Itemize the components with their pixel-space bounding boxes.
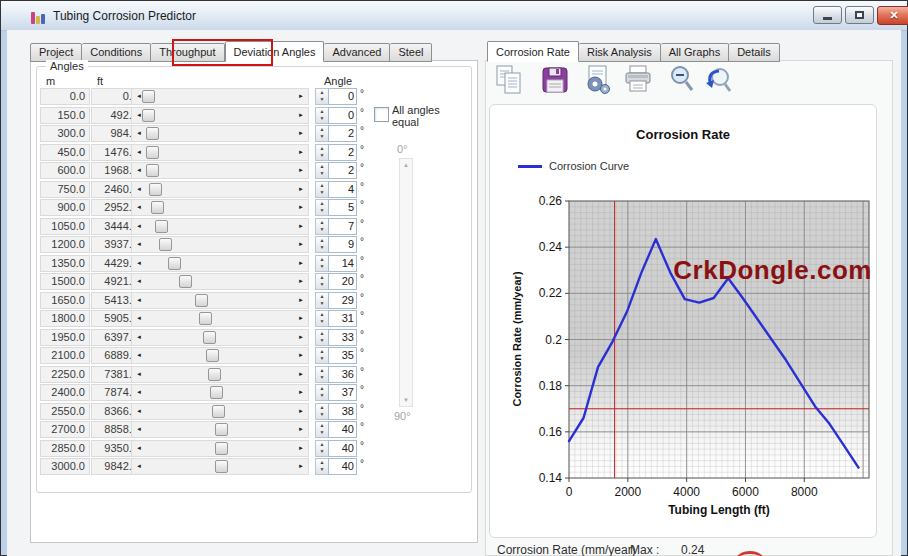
spinner-up-icon[interactable]: ▲ bbox=[320, 237, 325, 244]
slider-thumb[interactable] bbox=[168, 257, 181, 270]
slider-thumb[interactable] bbox=[146, 146, 159, 159]
slider-right-arrow-icon[interactable]: ► bbox=[298, 89, 304, 104]
angle-slider[interactable]: ◄► bbox=[131, 292, 309, 309]
spinner-updown-buttons[interactable]: ▲▼ bbox=[315, 347, 328, 364]
spinner-up-icon[interactable]: ▲ bbox=[320, 330, 325, 337]
angle-spinner[interactable]: ▲▼40 bbox=[315, 458, 357, 475]
slider-thumb[interactable] bbox=[155, 220, 168, 233]
angle-value-input[interactable]: 35 bbox=[328, 347, 357, 364]
angle-slider[interactable]: ◄► bbox=[131, 366, 309, 383]
tab-corrosion-rate[interactable]: Corrosion Rate bbox=[487, 41, 579, 62]
slider-left-arrow-icon[interactable]: ◄ bbox=[136, 441, 142, 456]
slider-left-arrow-icon[interactable]: ◄ bbox=[136, 348, 142, 363]
spinner-up-icon[interactable]: ▲ bbox=[320, 145, 325, 152]
angle-spinner[interactable]: ▲▼2 bbox=[315, 125, 357, 142]
spinner-updown-buttons[interactable]: ▲▼ bbox=[315, 218, 328, 235]
angle-spinner[interactable]: ▲▼35 bbox=[315, 347, 357, 364]
angle-slider[interactable]: ◄► bbox=[131, 329, 309, 346]
slider-thumb[interactable] bbox=[199, 312, 212, 325]
angle-value-input[interactable]: 37 bbox=[328, 384, 357, 401]
angle-value-input[interactable]: 33 bbox=[328, 329, 357, 346]
spinner-up-icon[interactable]: ▲ bbox=[320, 256, 325, 263]
maximize-button[interactable] bbox=[845, 6, 874, 24]
spinner-up-icon[interactable]: ▲ bbox=[320, 200, 325, 207]
angle-slider[interactable]: ◄► bbox=[131, 310, 309, 327]
slider-thumb[interactable] bbox=[206, 349, 219, 362]
angle-value-input[interactable]: 40 bbox=[328, 421, 357, 438]
slider-right-arrow-icon[interactable]: ► bbox=[298, 108, 304, 123]
slider-right-arrow-icon[interactable]: ► bbox=[298, 219, 304, 234]
spinner-updown-buttons[interactable]: ▲▼ bbox=[315, 273, 328, 290]
slider-right-arrow-icon[interactable]: ► bbox=[298, 256, 304, 271]
spinner-down-icon[interactable]: ▼ bbox=[320, 281, 325, 288]
slider-thumb[interactable] bbox=[159, 238, 172, 251]
angle-slider[interactable]: ◄► bbox=[131, 107, 309, 124]
spinner-down-icon[interactable]: ▼ bbox=[320, 429, 325, 436]
slider-right-arrow-icon[interactable]: ► bbox=[298, 404, 304, 419]
spinner-updown-buttons[interactable]: ▲▼ bbox=[315, 440, 328, 457]
angle-spinner[interactable]: ▲▼20 bbox=[315, 273, 357, 290]
slider-thumb[interactable] bbox=[215, 460, 228, 473]
slider-right-arrow-icon[interactable]: ► bbox=[298, 330, 304, 345]
spinner-down-icon[interactable]: ▼ bbox=[320, 337, 325, 344]
angle-spinner[interactable]: ▲▼14 bbox=[315, 255, 357, 272]
spinner-up-icon[interactable]: ▲ bbox=[320, 163, 325, 170]
spinner-down-icon[interactable]: ▼ bbox=[320, 207, 325, 214]
spinner-updown-buttons[interactable]: ▲▼ bbox=[315, 181, 328, 198]
spinner-up-icon[interactable]: ▲ bbox=[320, 404, 325, 411]
spinner-down-icon[interactable]: ▼ bbox=[320, 152, 325, 159]
slider-thumb[interactable] bbox=[149, 183, 162, 196]
angle-slider[interactable]: ◄► bbox=[131, 384, 309, 401]
spinner-up-icon[interactable]: ▲ bbox=[320, 441, 325, 448]
spinner-up-icon[interactable]: ▲ bbox=[320, 126, 325, 133]
close-button[interactable]: ✕ bbox=[877, 6, 908, 25]
spinner-updown-buttons[interactable]: ▲▼ bbox=[315, 384, 328, 401]
tab-risk-analysis[interactable]: Risk Analysis bbox=[579, 43, 661, 62]
spinner-down-icon[interactable]: ▼ bbox=[320, 374, 325, 381]
spinner-up-icon[interactable]: ▲ bbox=[320, 219, 325, 226]
slider-left-arrow-icon[interactable]: ◄ bbox=[136, 330, 142, 345]
tab-details[interactable]: Details bbox=[729, 43, 780, 62]
slider-left-arrow-icon[interactable]: ◄ bbox=[136, 126, 142, 141]
spinner-updown-buttons[interactable]: ▲▼ bbox=[315, 329, 328, 346]
angle-value-input[interactable]: 2 bbox=[328, 125, 357, 142]
print-button[interactable] bbox=[622, 63, 654, 97]
spinner-up-icon[interactable]: ▲ bbox=[320, 182, 325, 189]
slider-left-arrow-icon[interactable]: ◄ bbox=[136, 459, 142, 474]
slider-thumb[interactable] bbox=[212, 405, 225, 418]
spinner-down-icon[interactable]: ▼ bbox=[320, 115, 325, 122]
scroll-down-icon[interactable]: ▼ bbox=[400, 397, 412, 403]
angle-slider[interactable]: ◄► bbox=[131, 181, 309, 198]
title-bar[interactable]: Tubing Corrosion Predictor bbox=[1, 1, 907, 31]
angle-slider[interactable]: ◄► bbox=[131, 144, 309, 161]
slider-left-arrow-icon[interactable]: ◄ bbox=[136, 256, 142, 271]
angle-scale-scrollbar[interactable]: ▲ ▼ bbox=[399, 158, 413, 407]
spinner-down-icon[interactable]: ▼ bbox=[320, 300, 325, 307]
slider-right-arrow-icon[interactable]: ► bbox=[298, 422, 304, 437]
angle-value-input[interactable]: 14 bbox=[328, 255, 357, 272]
spinner-updown-buttons[interactable]: ▲▼ bbox=[315, 458, 328, 475]
slider-left-arrow-icon[interactable]: ◄ bbox=[136, 145, 142, 160]
angle-slider[interactable]: ◄► bbox=[131, 403, 309, 420]
spinner-down-icon[interactable]: ▼ bbox=[320, 355, 325, 362]
slider-right-arrow-icon[interactable]: ► bbox=[298, 311, 304, 326]
slider-left-arrow-icon[interactable]: ◄ bbox=[136, 182, 142, 197]
angle-slider[interactable]: ◄► bbox=[131, 440, 309, 457]
angle-value-input[interactable]: 9 bbox=[328, 236, 357, 253]
spinner-updown-buttons[interactable]: ▲▼ bbox=[315, 255, 328, 272]
spinner-up-icon[interactable]: ▲ bbox=[320, 348, 325, 355]
angle-value-input[interactable]: 2 bbox=[328, 144, 357, 161]
angle-spinner[interactable]: ▲▼29 bbox=[315, 292, 357, 309]
angle-spinner[interactable]: ▲▼37 bbox=[315, 384, 357, 401]
angle-spinner[interactable]: ▲▼2 bbox=[315, 144, 357, 161]
spinner-updown-buttons[interactable]: ▲▼ bbox=[315, 162, 328, 179]
spinner-up-icon[interactable]: ▲ bbox=[320, 422, 325, 429]
tab-conditions[interactable]: Conditions bbox=[82, 43, 151, 62]
angle-value-input[interactable]: 4 bbox=[328, 181, 357, 198]
scroll-up-icon[interactable]: ▲ bbox=[400, 162, 412, 168]
angle-value-input[interactable]: 40 bbox=[328, 458, 357, 475]
slider-left-arrow-icon[interactable]: ◄ bbox=[136, 219, 142, 234]
save-button[interactable] bbox=[539, 63, 571, 97]
tab-all-graphs[interactable]: All Graphs bbox=[661, 43, 729, 62]
slider-right-arrow-icon[interactable]: ► bbox=[298, 441, 304, 456]
